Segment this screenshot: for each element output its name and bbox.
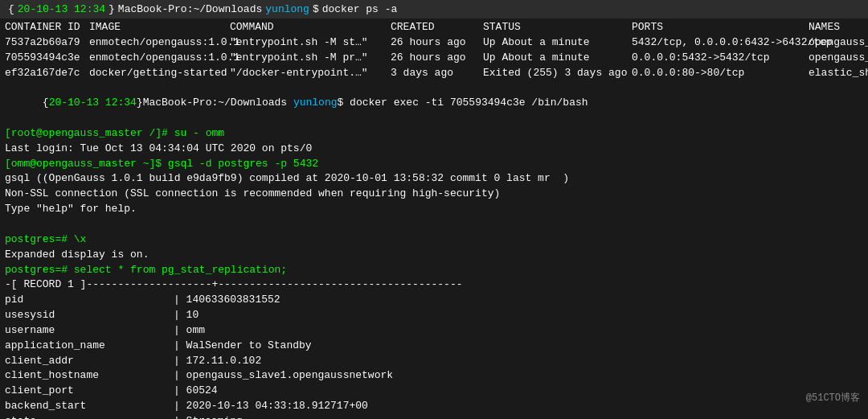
- session-line-1: [root@opengauss_master /]# su - omm: [5, 126, 863, 142]
- expand-display-result: Expanded display is on.: [5, 248, 863, 263]
- second-prompt-line: {20-10-13 12:34}MacBook-Pro:~/Downloads …: [5, 80, 863, 126]
- machine-path: MacBook-Pro:~/Downloads: [118, 3, 262, 15]
- terminal-window: {20-10-13 12:34} MacBook-Pro:~/Downloads…: [0, 0, 868, 419]
- select-cmd: postgres=# select * from pg_stat_replica…: [5, 263, 863, 278]
- table-row: 705593494c3eenmotech/opengauss:1.0.1"ent…: [5, 51, 863, 66]
- terminal-content: CONTAINER IDIMAGECOMMANDCREATEDSTATUSPOR…: [0, 18, 868, 419]
- record-field-client-hostname: client_hostname| opengauss_slave1.openga…: [5, 368, 863, 384]
- record-field-app-name: application_name| WalSender to Standby: [5, 339, 863, 354]
- record-field-username: username| omm: [5, 323, 863, 339]
- date: 20-10-13 12:34: [18, 3, 105, 15]
- table-row: 7537a2b60a79enmotech/opengauss:1.0.1"ent…: [5, 35, 863, 51]
- session-line-5: Non-SSL connection (SSL connection is re…: [5, 187, 863, 202]
- session-line-6: Type "help" for help.: [5, 202, 863, 217]
- title-bar: {20-10-13 12:34} MacBook-Pro:~/Downloads…: [0, 0, 868, 18]
- session-line-3: [omm@opengauss_master ~]$ gsql -d postgr…: [5, 157, 863, 172]
- table-row: ef32a167de7cdocker/getting-started"/dock…: [5, 66, 863, 81]
- record-separator: -[ RECORD 1 ]--------------------+------…: [5, 277, 863, 293]
- bracket-open: {: [8, 3, 14, 15]
- record-field-backend-start: backend_start| 2020-10-13 04:33:18.91271…: [5, 399, 863, 414]
- blank-line-1: [5, 217, 863, 232]
- table-header: CONTAINER IDIMAGECOMMANDCREATEDSTATUSPOR…: [5, 20, 863, 35]
- expand-display-cmd: postgres=# \x: [5, 232, 863, 248]
- username: yunlong: [265, 3, 309, 15]
- watermark: @51CTO博客: [806, 391, 860, 405]
- record-field-client-addr: client_addr| 172.11.0.102: [5, 354, 863, 369]
- bracket-close: }: [108, 3, 115, 15]
- record-field-state: state| Streaming: [5, 414, 863, 419]
- record-field-client-port: client_port| 60524: [5, 384, 863, 399]
- session-line-2: Last login: Tue Oct 13 04:34:04 UTC 2020…: [5, 142, 863, 157]
- session-line-4: gsql ((OpenGauss 1.0.1 build e9da9fb9) c…: [5, 171, 863, 187]
- record-field-pid: pid| 140633603831552: [5, 293, 863, 308]
- record-field-usesysid: usesysid| 10: [5, 308, 863, 323]
- first-command: docker ps -a: [322, 3, 398, 15]
